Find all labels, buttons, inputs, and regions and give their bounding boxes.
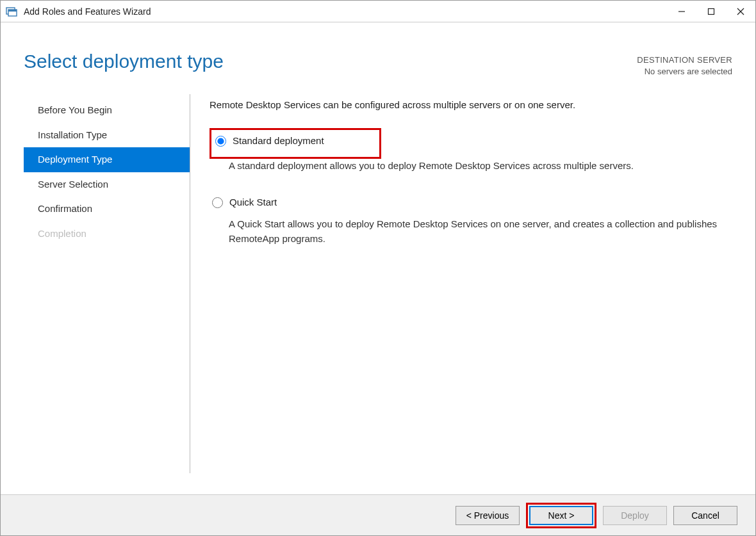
- footer: < Previous Next > Deploy Cancel: [1, 494, 755, 535]
- window-title: Add Roles and Features Wizard: [24, 6, 151, 17]
- radio-quick-start[interactable]: [212, 197, 223, 208]
- titlebar: Add Roles and Features Wizard: [1, 1, 755, 22]
- svg-rect-2: [8, 10, 17, 12]
- content: Before You Begin Installation Type Deplo…: [1, 89, 755, 473]
- standard-deployment-highlight: Standard deployment: [210, 128, 381, 159]
- sidebar-item-completion: Completion: [24, 222, 190, 247]
- destination-server-info: DESTINATION SERVER No servers are select…: [637, 51, 732, 77]
- sidebar-item-server-selection[interactable]: Server Selection: [24, 172, 190, 197]
- deploy-button: Deploy: [603, 506, 667, 525]
- page-title: Select deployment type: [24, 51, 224, 72]
- intro-text: Remote Desktop Services can be configure…: [210, 98, 732, 113]
- header: Select deployment type DESTINATION SERVE…: [1, 22, 755, 89]
- option-quick-start: Quick Start A Quick Start allows you to …: [210, 193, 732, 247]
- app-icon: [6, 6, 17, 17]
- main-panel: Remote Desktop Services can be configure…: [190, 94, 732, 473]
- sidebar-item-confirmation[interactable]: Confirmation: [24, 197, 190, 222]
- destination-value: No servers are selected: [637, 66, 732, 77]
- close-button[interactable]: [726, 1, 755, 22]
- option-label-quickstart: Quick Start: [229, 195, 277, 210]
- sidebar-item-before-you-begin[interactable]: Before You Begin: [24, 98, 190, 123]
- next-button-highlight: Next >: [526, 503, 596, 528]
- previous-button[interactable]: < Previous: [456, 506, 520, 525]
- destination-label: DESTINATION SERVER: [637, 54, 732, 66]
- minimize-button[interactable]: [667, 1, 696, 22]
- sidebar-item-installation-type[interactable]: Installation Type: [24, 123, 190, 148]
- wizard-window: Add Roles and Features Wizard Select dep…: [1, 1, 755, 535]
- option-desc-standard: A standard deployment allows you to depl…: [229, 159, 732, 174]
- option-desc-quickstart: A Quick Start allows you to deploy Remot…: [229, 217, 732, 246]
- maximize-button[interactable]: [696, 1, 726, 22]
- option-label-standard: Standard deployment: [233, 134, 324, 149]
- cancel-button[interactable]: Cancel: [673, 506, 737, 525]
- sidebar-item-deployment-type[interactable]: Deployment Type: [24, 147, 190, 172]
- wizard-steps-sidebar: Before You Begin Installation Type Deplo…: [24, 94, 190, 473]
- option-standard-deployment: Standard deployment A standard deploymen…: [210, 128, 732, 174]
- next-button[interactable]: Next >: [529, 506, 593, 525]
- svg-rect-4: [709, 8, 714, 14]
- radio-standard-deployment[interactable]: [215, 136, 226, 147]
